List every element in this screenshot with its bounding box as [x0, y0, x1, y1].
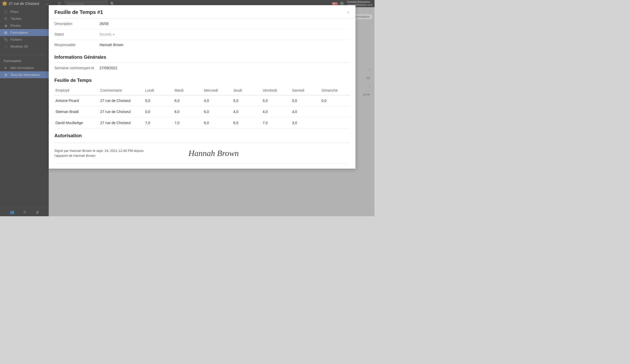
th-jeudi: Jeudi [232, 86, 262, 95]
sidebar-sub-my-forms[interactable]: ★ Mes formulaires [0, 64, 49, 71]
field-statut[interactable]: Statut Soumis▼ [54, 29, 350, 40]
field-value: 26/09 [100, 22, 109, 26]
table-cell: 6,0 [232, 117, 262, 128]
field-label: Statut [54, 32, 100, 36]
th-comment: Commentaire [99, 86, 144, 95]
th-mardi: Mardi [173, 86, 203, 95]
table-cell: 6,0 [173, 106, 203, 117]
section-info-title: Informations Générales [54, 50, 350, 63]
table-cell: Sleiman Braidi [54, 106, 99, 117]
project-name[interactable]: 27 rue de Choiseul [9, 2, 39, 6]
star-icon: ★ [4, 66, 8, 70]
close-icon[interactable]: × [347, 10, 350, 15]
table-cell: 7,0 [144, 117, 173, 128]
field-label: Semaine commençant le [54, 66, 100, 70]
notification-badge[interactable]: 99+ [331, 2, 338, 5]
table-cell: 0,0 [320, 95, 350, 106]
table-cell: 27 rue de Choiseul [99, 106, 144, 117]
field-responsable[interactable]: Responsable Hannah Brown [54, 40, 350, 50]
signature-text: Signé par Hannah Brown le sept. 24, 2021… [54, 149, 147, 158]
project-dropdown-icon[interactable]: ⌄ [45, 2, 48, 6]
sidebar-sub-all-forms[interactable]: ⊞ Tous les formulaires [0, 71, 49, 78]
section-timesheet-title: Feuille de Temps [54, 73, 350, 86]
trash-icon[interactable]: 🗑 [36, 210, 39, 214]
sidebar-label: Tâches [10, 17, 21, 21]
table-cell: 4,0 [291, 106, 320, 117]
table-cell: 0,0 [144, 106, 173, 117]
table-cell: David Moufarège [54, 117, 99, 128]
behind-text: t [369, 68, 370, 72]
sidebar-item-forms[interactable]: ▤ Formulaires [0, 29, 49, 36]
field-description[interactable]: Description 26/09 [54, 19, 350, 29]
table-cell: 3,0 [291, 117, 320, 128]
sidebar-item-files[interactable]: 📎 Fichiers [0, 36, 49, 43]
signature-image: Hannah Brown [188, 149, 239, 158]
behind-text: t [369, 84, 370, 88]
th-vendredi: Vendredi [262, 86, 291, 95]
table-cell: 4,0 [262, 106, 291, 117]
sidebar-item-plans[interactable]: ▢ Plans [0, 8, 49, 15]
table-cell: 4,0 [203, 95, 232, 106]
th-mercredi: Mercredi [203, 86, 232, 95]
forms-icon: ▤ [4, 31, 8, 34]
sidebar-sub-heading: Formulaires [0, 55, 49, 64]
table-cell: Antoine Picard [54, 95, 99, 106]
gear-icon[interactable]: ⚙ [23, 210, 27, 214]
grid-icon: ⊞ [4, 73, 8, 77]
table-cell: 5,0 [144, 95, 173, 106]
modal-title: Feuille de Temps #1 [54, 9, 103, 15]
table-cell: 4,0 [232, 106, 262, 117]
table-cell: 5,0 [262, 95, 291, 106]
sidebar-item-3d[interactable]: ⬚ Modèles 3D [0, 43, 49, 50]
table-cell: 5,0 [232, 95, 262, 106]
behind-text: nis [366, 76, 370, 80]
table-row[interactable]: Sleiman Braidi27 rue de Choiseul0,06,06,… [54, 106, 350, 117]
sidebar-label: Mes formulaires [10, 66, 34, 70]
sidebar-label: Formulaires [10, 31, 28, 34]
sidebar-item-photos[interactable]: ◉ Photos [0, 22, 49, 29]
table-row[interactable]: David Moufarège27 rue de Choiseul7,07,06… [54, 117, 350, 128]
field-value: Hannah Brown [100, 43, 123, 47]
tasks-icon: ☰ [4, 17, 8, 21]
timesheet-table: Employé Commentaire Lundi Mardi Mercredi… [54, 86, 350, 128]
sidebar-footer: 👥 ⚙ 🗑 [0, 208, 49, 216]
table-cell: 7,0 [173, 117, 203, 128]
table-cell: 6,0 [203, 117, 232, 128]
people-icon[interactable]: 👥 [10, 210, 14, 214]
th-samedi: Samedi [291, 86, 320, 95]
app-logo [3, 2, 7, 6]
table-row[interactable]: Antoine Picard27 rue de Choiseul5,06,04,… [54, 95, 350, 106]
sidebar-label: Plans [10, 10, 19, 14]
sidebar: ▢ Plans ☰ Tâches ◉ Photos ▤ Formulaires … [0, 7, 49, 216]
th-lundi: Lundi [144, 86, 173, 95]
sidebar-label: Tous les formulaires [10, 73, 40, 77]
table-cell: 27 rue de Choiseul [99, 117, 144, 128]
form-modal: Feuille de Temps #1 × Description 26/09 … [49, 5, 355, 169]
signature-row: Signé par Hannah Brown le sept. 24, 2021… [54, 143, 350, 163]
sidebar-item-tasks[interactable]: ☰ Tâches [0, 15, 49, 22]
files-icon: 📎 [4, 38, 8, 41]
table-cell: 27 rue de Choiseul [99, 95, 144, 106]
table-cell: 7,0 [262, 117, 291, 128]
th-dimanche: Dimanche [320, 86, 350, 95]
photos-icon: ◉ [4, 24, 8, 28]
field-value: 27/09/2021 [100, 66, 118, 70]
table-cell: 6,0 [203, 106, 232, 117]
account-type: Compte Enterprise [347, 1, 372, 4]
sidebar-label: Modèles 3D [10, 45, 28, 48]
th-employee: Employé [54, 86, 99, 95]
cube-icon: ⬚ [4, 45, 8, 48]
table-cell [320, 117, 350, 128]
chevron-down-icon: ▼ [112, 33, 115, 36]
table-cell: 6,0 [173, 95, 203, 106]
status-value: Soumis [100, 32, 112, 36]
table-cell [320, 106, 350, 117]
field-week[interactable]: Semaine commençant le 27/09/2021 [54, 63, 350, 73]
behind-text: orme [363, 93, 370, 96]
sidebar-label: Fichiers [10, 38, 22, 41]
sidebar-label: Photos [10, 24, 21, 28]
table-cell: 0,0 [291, 95, 320, 106]
field-label: Description [54, 22, 100, 26]
status-dropdown[interactable]: Soumis▼ [100, 32, 115, 36]
plans-icon: ▢ [4, 10, 8, 14]
